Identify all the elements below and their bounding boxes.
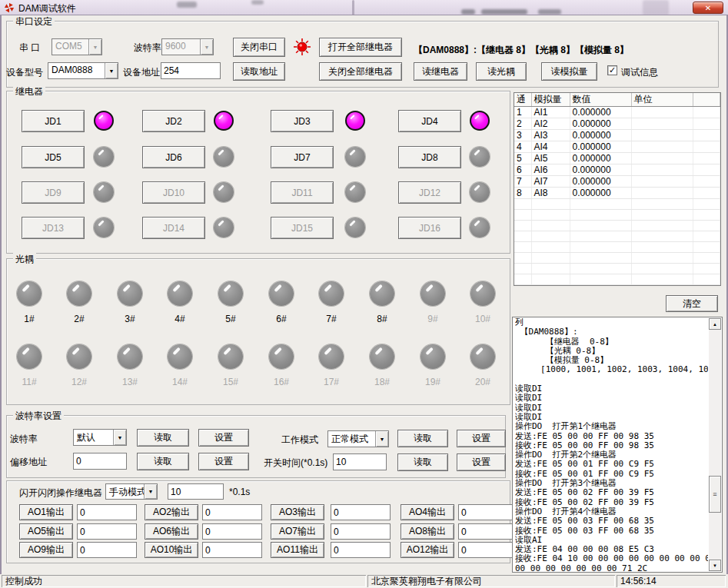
opto-label: 20# — [467, 377, 498, 387]
clear-log-button[interactable]: 清空 — [666, 295, 718, 312]
relay-button-jd12[interactable]: JD12 — [398, 181, 461, 204]
ao2-output-button[interactable]: AO2输出 — [145, 504, 198, 520]
opto-label: 1# — [14, 314, 45, 324]
ao4-output-button[interactable]: AO4输出 — [401, 504, 454, 520]
relay-button-jd8[interactable]: JD8 — [398, 146, 461, 168]
log-scrollbar[interactable]: ▲ ≡ ▼ — [709, 318, 721, 571]
col-analog: 模拟量 — [531, 93, 570, 107]
flash-mode-select[interactable]: 手动模式 ▼ — [105, 483, 158, 500]
serial-open-indicator-icon — [293, 38, 311, 56]
ao10-output-button[interactable]: AO10输出 — [145, 542, 198, 558]
scrollbar-thumb[interactable]: ≡ — [709, 476, 721, 513]
titlebar-artifact — [251, 0, 264, 5]
relay-led — [470, 147, 490, 167]
relay-button-jd4[interactable]: JD4 — [398, 110, 461, 132]
relay-button-jd9[interactable]: JD9 — [22, 181, 85, 204]
relay-button-jd3[interactable]: JD3 — [271, 110, 334, 132]
relay-button-jd5[interactable]: JD5 — [22, 146, 85, 168]
ao11-value-input[interactable] — [331, 542, 391, 558]
read-opto-button[interactable]: 读光耦 — [476, 62, 527, 81]
col-unit: 单位 — [631, 93, 693, 107]
scroll-up-icon[interactable]: ▲ — [709, 318, 721, 330]
ao1-value-input[interactable] — [77, 504, 137, 520]
ao4-value-input[interactable] — [458, 504, 513, 520]
addr-input[interactable] — [161, 62, 221, 79]
log-panel[interactable]: 列 【DAM0888】: 【继电器 0-8】 【光耦 0-8】 【模拟量 0-8… — [512, 317, 723, 573]
ao8-value-input[interactable] — [458, 523, 513, 540]
relay-button-jd7[interactable]: JD7 — [271, 146, 334, 168]
open-all-relays-button[interactable]: 打开全部继电器 — [319, 38, 402, 57]
opto-label: 7# — [316, 314, 347, 324]
work-mode-read-button[interactable]: 读取 — [397, 430, 448, 447]
ao2-value-input[interactable] — [202, 504, 262, 520]
ao10-value-input[interactable] — [202, 542, 262, 558]
ao5-output-button[interactable]: AO5输出 — [19, 523, 73, 540]
relay-button-jd11[interactable]: JD11 — [271, 181, 334, 204]
switch-time-set-button[interactable]: 设置 — [457, 453, 506, 471]
close-serial-button[interactable]: 关闭串口 — [233, 38, 285, 57]
relay-button-jd6[interactable]: JD6 — [142, 146, 205, 168]
work-mode-set-button[interactable]: 设置 — [457, 430, 506, 447]
opto-label: 6# — [266, 314, 297, 324]
opto-led — [319, 281, 344, 306]
status-message: 控制成功 — [2, 575, 366, 587]
relay-led — [345, 182, 365, 202]
chevron-down-icon: ▼ — [88, 39, 101, 55]
ao6-output-button[interactable]: AO6输出 — [145, 523, 198, 540]
read-analog-button[interactable]: 读模拟量 — [541, 62, 597, 81]
baud-read-button[interactable]: 读取 — [137, 429, 189, 447]
ao1-output-button[interactable]: AO1输出 — [19, 504, 73, 520]
ao8-output-button[interactable]: AO8输出 — [401, 523, 454, 540]
debug-info-label: 调试信息 — [621, 66, 658, 79]
offset-addr-input[interactable] — [73, 453, 127, 470]
titlebar-artifact — [461, 9, 475, 15]
debug-info-checkbox[interactable]: ✓ — [607, 65, 617, 75]
relay-button-jd16[interactable]: JD16 — [398, 217, 461, 239]
close-all-relays-button[interactable]: 关闭全部继电器 — [319, 62, 402, 81]
offset-set-button[interactable]: 设置 — [198, 453, 249, 470]
switch-time-read-button[interactable]: 读取 — [397, 453, 448, 471]
ao12-output-button[interactable]: AO12输出 — [401, 542, 454, 558]
read-relay-button[interactable]: 读继电器 — [414, 62, 467, 81]
relay-button-jd2[interactable]: JD2 — [142, 110, 205, 132]
read-addr-button[interactable]: 读取地址 — [233, 62, 285, 81]
opto-label: 3# — [115, 314, 145, 324]
ao11-output-button[interactable]: AO11输出 — [271, 542, 324, 558]
ao7-output-button[interactable]: AO7输出 — [271, 523, 324, 540]
scroll-down-icon[interactable]: ▼ — [709, 560, 721, 571]
relay-button-jd14[interactable]: JD14 — [142, 217, 205, 239]
switch-time-input[interactable] — [333, 453, 387, 470]
titlebar-artifact — [352, 0, 354, 15]
analog-table[interactable]: 通 模拟量 数值 单位 1AI10.000000 2AI20.000000 3A… — [514, 92, 721, 286]
relay-button-jd15[interactable]: JD15 — [271, 217, 334, 239]
relay-button-jd1[interactable]: JD1 — [22, 110, 85, 132]
status-time: 14:56:14 — [617, 575, 726, 587]
table-row-empty — [514, 253, 720, 264]
close-icon[interactable]: ✕ — [693, 2, 723, 14]
table-row: 1AI10.000000 — [514, 107, 720, 118]
ao6-value-input[interactable] — [202, 523, 262, 540]
offset-read-button[interactable]: 读取 — [137, 453, 189, 470]
app-window: DAM调试软件 ✕ 串口设定 串 口 COM5 ▼ 波特率 9600 ▼ 关闭串… — [0, 0, 728, 588]
work-mode-select[interactable]: 正常模式 ▼ — [327, 430, 389, 447]
baud-set-button[interactable]: 设置 — [198, 429, 249, 447]
flash-time-input[interactable] — [168, 483, 224, 500]
ao3-output-button[interactable]: AO3输出 — [271, 504, 324, 520]
table-row-empty — [514, 221, 720, 231]
ao9-value-input[interactable] — [77, 542, 137, 558]
model-label: 设备型号 — [6, 66, 43, 79]
model-select[interactable]: DAM0888 ▼ — [48, 62, 118, 79]
ao12-value-input[interactable] — [458, 542, 513, 558]
baudrate-select[interactable]: 默认 ▼ — [73, 429, 127, 446]
relay-button-jd10[interactable]: JD10 — [142, 181, 205, 204]
ao3-value-input[interactable] — [331, 504, 391, 520]
table-row-empty — [514, 231, 720, 242]
ao5-value-input[interactable] — [77, 523, 137, 540]
serial-group-title: 串口设定 — [13, 15, 55, 28]
relay-led — [214, 218, 234, 238]
relay-button-jd13[interactable]: JD13 — [22, 217, 85, 239]
ao9-output-button[interactable]: AO9输出 — [19, 542, 73, 558]
relay-led — [214, 182, 234, 202]
relay-led — [94, 218, 114, 238]
ao7-value-input[interactable] — [331, 523, 391, 540]
